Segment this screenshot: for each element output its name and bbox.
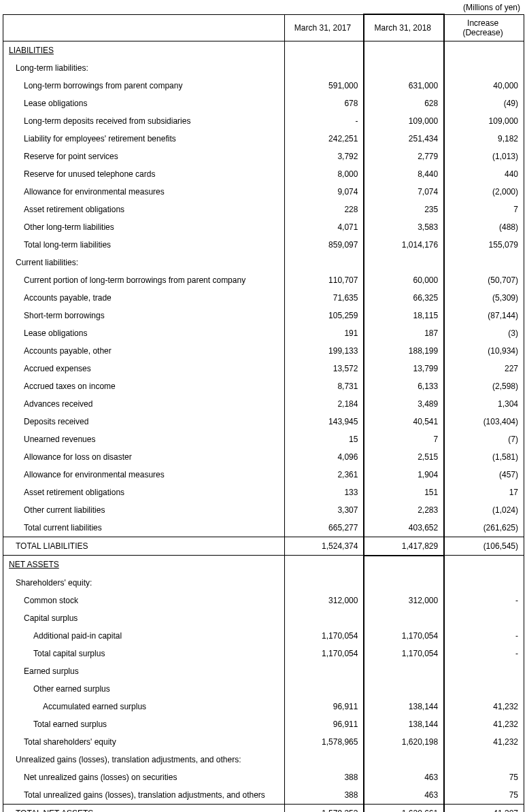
table-row: Current liabilities: bbox=[3, 254, 524, 271]
table-row: Deposits received143,94540,541(103,404) bbox=[3, 413, 524, 430]
value-2017 bbox=[284, 41, 364, 59]
value-2017: 859,097 bbox=[284, 236, 364, 254]
row-label: Allowance for loss on disaster bbox=[3, 448, 285, 466]
value-2018: 1,620,661 bbox=[364, 804, 444, 812]
value-change: 109,000 bbox=[444, 112, 524, 130]
row-label: Liability for employees' retirement bene… bbox=[3, 130, 285, 148]
value-change: (49) bbox=[444, 95, 524, 112]
header-col2: March 31, 2018 bbox=[364, 14, 444, 41]
table-row: Long-term borrowings from parent company… bbox=[3, 77, 524, 95]
table-row: Capital surplus bbox=[3, 609, 524, 627]
value-2018: 1,170,054 bbox=[364, 645, 444, 662]
value-2017: 13,572 bbox=[284, 360, 364, 377]
value-2017 bbox=[284, 254, 364, 271]
value-2017: 388 bbox=[284, 768, 364, 786]
table-row: Total unrealized gains (losses), transla… bbox=[3, 786, 524, 805]
value-2018: 1,417,829 bbox=[364, 537, 444, 556]
value-change: (1,013) bbox=[444, 148, 524, 165]
row-label: Unearned revenues bbox=[3, 430, 285, 448]
row-label: Total capital surplus bbox=[3, 645, 285, 662]
value-change: (7) bbox=[444, 430, 524, 448]
header-col3-line2: (Decrease) bbox=[462, 28, 503, 37]
value-2018: 60,000 bbox=[364, 271, 444, 289]
value-2017: 1,170,054 bbox=[284, 627, 364, 645]
value-change bbox=[444, 609, 524, 627]
value-2018 bbox=[364, 254, 444, 271]
row-label: Shareholders' equity: bbox=[3, 574, 285, 592]
value-change: (457) bbox=[444, 466, 524, 484]
value-change: 75 bbox=[444, 768, 524, 786]
value-change: (5,309) bbox=[444, 289, 524, 307]
table-row: Allowance for environmental measures9,07… bbox=[3, 183, 524, 201]
value-change bbox=[444, 41, 524, 59]
table-row: Common stock312,000312,000- bbox=[3, 592, 524, 609]
table-row: Total capital surplus1,170,0541,170,054- bbox=[3, 645, 524, 662]
row-label: Common stock bbox=[3, 592, 285, 609]
row-label: Long-term liabilities: bbox=[3, 59, 285, 77]
row-label: Accrued taxes on income bbox=[3, 377, 285, 395]
balance-sheet-table: March 31, 2017 March 31, 2018 Increase (… bbox=[3, 14, 524, 812]
value-change: (10,934) bbox=[444, 342, 524, 360]
row-label: Accrued expenses bbox=[3, 360, 285, 377]
table-row: Current portion of long-term borrowings … bbox=[3, 271, 524, 289]
value-2017: 3,792 bbox=[284, 148, 364, 165]
value-change: (106,545) bbox=[444, 537, 524, 556]
value-2017: 8,000 bbox=[284, 165, 364, 183]
value-2018 bbox=[364, 59, 444, 77]
row-label: Total shareholders' equity bbox=[3, 733, 285, 751]
row-label: Allowance for environmental measures bbox=[3, 466, 285, 484]
value-change: - bbox=[444, 645, 524, 662]
table-row: Total long-term liabilities859,0971,014,… bbox=[3, 236, 524, 254]
value-change: 227 bbox=[444, 360, 524, 377]
row-label: LIABILITIES bbox=[3, 41, 285, 59]
value-2018: 138,144 bbox=[364, 715, 444, 733]
value-2017 bbox=[284, 556, 364, 574]
value-2018: 8,440 bbox=[364, 165, 444, 183]
table-row: TOTAL LIABILITIES1,524,3741,417,829(106,… bbox=[3, 537, 524, 556]
table-row: Unrealized gains (losses), translation a… bbox=[3, 751, 524, 768]
value-change: 17 bbox=[444, 484, 524, 501]
row-label: Total current liabilities bbox=[3, 519, 285, 537]
header-col3: Increase (Decrease) bbox=[444, 14, 524, 41]
table-row: Long-term liabilities: bbox=[3, 59, 524, 77]
value-2017: 110,707 bbox=[284, 271, 364, 289]
value-2018: 235 bbox=[364, 201, 444, 218]
value-change bbox=[444, 59, 524, 77]
value-2018 bbox=[364, 751, 444, 768]
value-2018: 40,541 bbox=[364, 413, 444, 430]
row-label: Additional paid-in capital bbox=[3, 627, 285, 645]
value-2017: 105,259 bbox=[284, 307, 364, 324]
row-label: Unrealized gains (losses), translation a… bbox=[3, 751, 285, 768]
header-col1: March 31, 2017 bbox=[284, 14, 364, 41]
value-change: 41,232 bbox=[444, 733, 524, 751]
value-2017: 9,074 bbox=[284, 183, 364, 201]
table-row: Asset retirement obligations13315117 bbox=[3, 484, 524, 501]
table-row: Lease obligations678628(49) bbox=[3, 95, 524, 112]
value-2018: 6,133 bbox=[364, 377, 444, 395]
value-2018: 138,144 bbox=[364, 698, 444, 715]
row-label: Current liabilities: bbox=[3, 254, 285, 271]
row-label: Other long-term liabilities bbox=[3, 218, 285, 236]
value-2018: 403,652 bbox=[364, 519, 444, 537]
value-2018: 2,779 bbox=[364, 148, 444, 165]
row-label: Long-term borrowings from parent company bbox=[3, 77, 285, 95]
value-2018: 1,014,176 bbox=[364, 236, 444, 254]
table-row: Allowance for environmental measures2,36… bbox=[3, 466, 524, 484]
value-2017: 1,170,054 bbox=[284, 645, 364, 662]
row-label: Accumulated earned surplus bbox=[3, 698, 285, 715]
value-2018: 151 bbox=[364, 484, 444, 501]
table-row: Accumulated earned surplus96,911138,1444… bbox=[3, 698, 524, 715]
value-2017 bbox=[284, 680, 364, 698]
value-2018 bbox=[364, 556, 444, 574]
value-2017: 1,578,965 bbox=[284, 733, 364, 751]
row-label: Lease obligations bbox=[3, 95, 285, 112]
value-2017: 143,945 bbox=[284, 413, 364, 430]
value-2018: 1,170,054 bbox=[364, 627, 444, 645]
value-2017: 665,277 bbox=[284, 519, 364, 537]
value-2018 bbox=[364, 680, 444, 698]
row-label: TOTAL NET ASSETS bbox=[3, 804, 285, 812]
value-2017: 242,251 bbox=[284, 130, 364, 148]
value-2018: 13,799 bbox=[364, 360, 444, 377]
value-change: (261,625) bbox=[444, 519, 524, 537]
row-label: Other earned surplus bbox=[3, 680, 285, 698]
